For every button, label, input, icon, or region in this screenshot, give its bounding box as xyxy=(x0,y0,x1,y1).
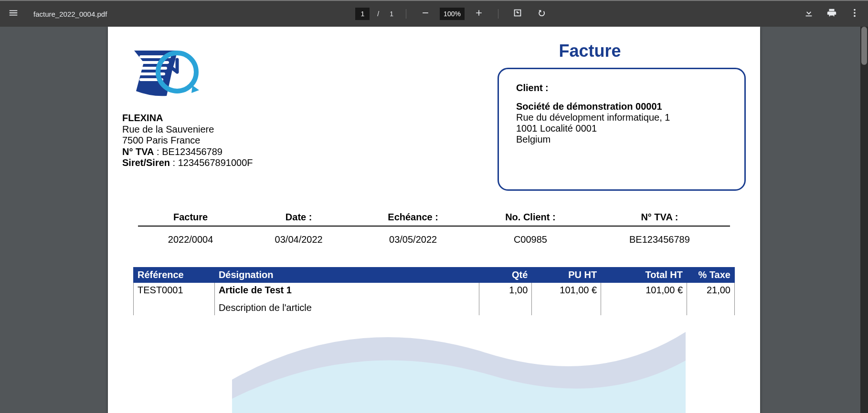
company-vat-line: N° TVA : BE123456789 xyxy=(122,146,434,158)
col-ref: Référence xyxy=(134,268,215,283)
page-number-input[interactable] xyxy=(355,8,370,20)
svg-point-1 xyxy=(854,12,856,14)
client-name: Société de démonstration 00001 xyxy=(516,101,727,112)
fit-page-button[interactable] xyxy=(508,4,527,23)
meta-value-row: 2022/0004 03/04/2022 03/05/2022 C00985 B… xyxy=(138,226,730,245)
meta-header-row: Facture Date : Echéance : No. Client : N… xyxy=(138,212,730,226)
cell-description: Description de l'article xyxy=(214,298,479,315)
scrollbar-thumb[interactable] xyxy=(861,27,867,65)
cell-pu: 101,00 € xyxy=(532,283,601,298)
meta-h-doc: Facture xyxy=(138,212,243,226)
client-city: 1001 Localité 0001 xyxy=(516,123,727,134)
fit-page-icon xyxy=(512,8,523,20)
scrollbar[interactable] xyxy=(860,27,868,413)
download-button[interactable] xyxy=(799,4,818,23)
cell-qty: 1,00 xyxy=(479,283,532,298)
meta-h-vat: N° TVA : xyxy=(589,212,730,226)
hamburger-icon xyxy=(8,8,19,20)
company-city: 7500 Paris France xyxy=(122,135,434,146)
line-items-table: Référence Désignation Qté PU HT Total HT… xyxy=(133,267,735,315)
zoom-in-button[interactable] xyxy=(469,4,488,23)
page-total: 1 xyxy=(390,10,393,18)
col-tax: % Taxe xyxy=(687,268,735,283)
minus-icon xyxy=(421,8,430,20)
col-total: Total HT xyxy=(601,268,687,283)
zoom-level-input[interactable] xyxy=(440,8,465,20)
client-box: Client : Société de démonstration 00001 … xyxy=(498,68,746,191)
pdf-viewport[interactable]: FLEXINA Rue de la Sauveniere 7500 Paris … xyxy=(0,27,868,413)
meta-h-clientno: No. Client : xyxy=(472,212,589,226)
document-filename: facture_2022_0004.pdf xyxy=(33,10,107,18)
rotate-icon xyxy=(536,8,547,20)
meta-v-vat: BE123456789 xyxy=(589,226,730,245)
col-qty: Qté xyxy=(479,268,532,283)
client-label: Client : xyxy=(516,83,727,93)
rotate-button[interactable] xyxy=(532,4,551,23)
meta-v-date: 03/04/2022 xyxy=(243,226,354,245)
zoom-out-button[interactable] xyxy=(416,4,435,23)
more-button[interactable] xyxy=(845,4,864,23)
client-country: Belgium xyxy=(516,134,727,145)
company-siret-line: Siret/Siren : 1234567891000F xyxy=(122,157,434,169)
logo-icon xyxy=(125,43,206,105)
svg-point-0 xyxy=(854,9,856,11)
meta-h-due: Echéance : xyxy=(354,212,472,226)
cell-tax: 21,00 xyxy=(687,283,735,298)
company-block: FLEXINA Rue de la Sauveniere 7500 Paris … xyxy=(122,41,434,191)
company-street: Rue de la Sauveniere xyxy=(122,124,434,135)
more-vert-icon xyxy=(849,8,860,20)
divider xyxy=(406,9,406,19)
cell-total: 101,00 € xyxy=(601,283,687,298)
table-row: Description de l'article xyxy=(134,298,735,315)
plus-icon xyxy=(474,8,484,20)
company-logo xyxy=(122,41,208,108)
meta-v-clientno: C00985 xyxy=(472,226,589,245)
items-header-row: Référence Désignation Qté PU HT Total HT… xyxy=(134,268,735,283)
svg-point-2 xyxy=(854,15,856,17)
print-button[interactable] xyxy=(822,4,841,23)
print-icon xyxy=(826,8,837,20)
menu-button[interactable] xyxy=(4,4,23,23)
pdf-toolbar: facture_2022_0004.pdf / 1 xyxy=(0,0,868,27)
invoice-meta-table: Facture Date : Echéance : No. Client : N… xyxy=(138,212,730,245)
company-siret-value: 1234567891000F xyxy=(178,157,253,168)
meta-v-doc: 2022/0004 xyxy=(138,226,243,245)
company-siret-label: Siret/Siren xyxy=(122,157,170,168)
page-zoom-controls: / 1 xyxy=(355,4,551,23)
company-name: FLEXINA xyxy=(122,113,434,124)
table-row: TEST0001 Article de Test 1 1,00 101,00 €… xyxy=(134,283,735,298)
company-vat-label: N° TVA xyxy=(122,146,154,157)
cell-ref: TEST0001 xyxy=(134,283,215,298)
cell-name: Article de Test 1 xyxy=(214,283,479,298)
meta-v-due: 03/05/2022 xyxy=(354,226,472,245)
client-street: Rue du dévelopment informatique, 1 xyxy=(516,112,727,123)
col-desc: Désignation xyxy=(214,268,479,283)
pdf-page: FLEXINA Rue de la Sauveniere 7500 Paris … xyxy=(108,27,760,413)
meta-h-date: Date : xyxy=(243,212,354,226)
company-vat-value: BE123456789 xyxy=(162,146,222,157)
download-icon xyxy=(804,8,814,20)
col-pu: PU HT xyxy=(532,268,601,283)
page-separator: / xyxy=(377,10,379,18)
document-title: Facture xyxy=(434,41,746,61)
divider xyxy=(498,9,498,19)
